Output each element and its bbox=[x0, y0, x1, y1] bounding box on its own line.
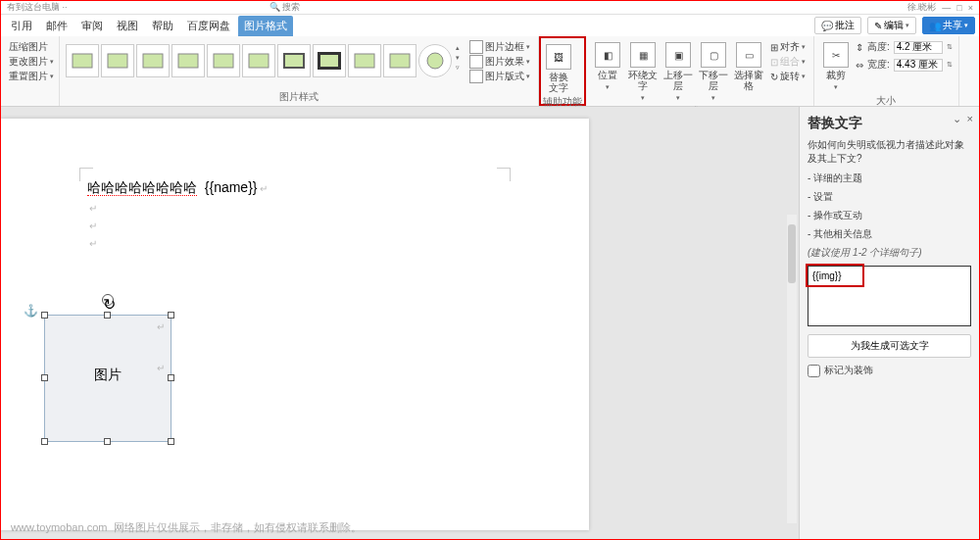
svg-rect-9 bbox=[355, 54, 374, 68]
paragraph[interactable]: 哈哈哈哈哈哈哈哈 {{name}}↵ bbox=[87, 179, 569, 197]
align-button[interactable]: ⊞ 对齐 ▾ bbox=[768, 40, 808, 54]
tab-baidu[interactable]: 百度网盘 bbox=[181, 16, 236, 36]
reset-picture[interactable]: 重置图片 ▾ bbox=[7, 70, 56, 83]
position-button[interactable]: ◧位置▾ bbox=[592, 38, 623, 92]
style-thumb[interactable] bbox=[348, 44, 381, 77]
resize-handle[interactable] bbox=[104, 438, 111, 445]
window-min-icon[interactable]: — bbox=[942, 3, 951, 13]
tab-references[interactable]: 引用 bbox=[5, 16, 38, 36]
gallery-up-icon[interactable]: ▴ bbox=[456, 44, 460, 52]
style-thumb[interactable] bbox=[172, 44, 205, 77]
bring-forward-button[interactable]: ▣上移一层▾ bbox=[662, 38, 694, 103]
style-thumb[interactable] bbox=[313, 44, 346, 77]
vertical-scrollbar[interactable] bbox=[787, 215, 797, 523]
selection-icon: ▭ bbox=[736, 42, 761, 68]
height-input[interactable] bbox=[894, 41, 943, 54]
search-placeholder[interactable]: 🔍 搜索 bbox=[270, 1, 301, 14]
backward-icon: ▢ bbox=[701, 42, 726, 68]
resize-handle[interactable] bbox=[168, 374, 174, 381]
style-thumb[interactable] bbox=[418, 44, 452, 77]
tab-picture-format[interactable]: 图片格式 bbox=[238, 16, 293, 36]
crop-icon: ✂ bbox=[823, 42, 849, 68]
decorative-checkbox[interactable]: 标记为装饰 bbox=[808, 364, 971, 377]
image-placeholder-label: 图片 bbox=[45, 367, 171, 384]
effects-icon bbox=[469, 55, 483, 69]
style-thumb[interactable] bbox=[277, 44, 311, 77]
compress-picture[interactable]: 压缩图片 bbox=[7, 40, 50, 54]
group-label-styles: 图片样式 bbox=[66, 88, 532, 104]
window-close-icon[interactable]: × bbox=[968, 3, 973, 13]
user-name[interactable]: 徐.晓彬 bbox=[907, 1, 937, 14]
scrollbar-thumb[interactable] bbox=[788, 224, 796, 283]
style-thumb[interactable] bbox=[242, 44, 275, 77]
document-canvas[interactable]: 哈哈哈哈哈哈哈哈 {{name}}↵ ↵ ↵ ↵ ⚓ ↻ 图片 ↵ ↵ bbox=[1, 107, 799, 539]
style-thumb[interactable] bbox=[101, 44, 134, 77]
ribbon: 压缩图片 更改图片 ▾ 重置图片 ▾ ▴ ▾ bbox=[1, 36, 979, 107]
picture-styles-gallery[interactable]: ▴ ▾ ▿ bbox=[66, 38, 460, 77]
style-thumb[interactable] bbox=[136, 44, 170, 77]
style-thumb[interactable] bbox=[207, 44, 240, 77]
pane-dropdown-icon[interactable]: ⌄ bbox=[953, 113, 961, 125]
tab-mailings[interactable]: 邮件 bbox=[40, 16, 74, 36]
rotate-handle[interactable]: ↻ bbox=[102, 294, 114, 306]
tab-review[interactable]: 审阅 bbox=[75, 16, 109, 36]
page[interactable]: 哈哈哈哈哈哈哈哈 {{name}}↵ ↵ ↵ ↵ ⚓ ↻ 图片 ↵ ↵ bbox=[1, 119, 589, 530]
anchor-icon: ⚓ bbox=[24, 304, 38, 318]
spinner-icon[interactable]: ⇅ bbox=[947, 61, 953, 69]
ribbon-tabs: 引用 邮件 审阅 视图 帮助 百度网盘 图片格式 💬 批注 ✎ 编辑 ▾ 👥 共… bbox=[1, 15, 979, 36]
picture-effects[interactable]: 图片效果▾ bbox=[467, 55, 532, 69]
svg-rect-3 bbox=[178, 54, 198, 68]
width-input[interactable] bbox=[894, 59, 943, 72]
style-thumb[interactable] bbox=[66, 44, 99, 77]
spinner-icon[interactable]: ⇅ bbox=[947, 43, 953, 51]
pane-bullet: - 操作或互动 bbox=[808, 209, 971, 221]
comments-button[interactable]: 💬 批注 bbox=[814, 17, 861, 34]
send-backward-button[interactable]: ▢下移一层▾ bbox=[698, 38, 729, 103]
resize-handle[interactable] bbox=[104, 312, 111, 319]
pane-description: 你如何向失明或低视力者描述此对象及其上下文? bbox=[808, 138, 971, 166]
alt-text-icon: 🖼 bbox=[546, 44, 571, 70]
window-max-icon[interactable]: □ bbox=[956, 3, 961, 13]
picture-border[interactable]: 图片边框▾ bbox=[467, 40, 532, 54]
selection-pane-button[interactable]: ▭选择窗格 bbox=[733, 38, 764, 91]
selected-image[interactable]: ⚓ ↻ 图片 ↵ ↵ bbox=[44, 315, 172, 442]
gallery-more-icon[interactable]: ▿ bbox=[456, 64, 460, 72]
svg-rect-2 bbox=[143, 54, 163, 68]
svg-rect-6 bbox=[284, 54, 304, 68]
layout-icon bbox=[469, 70, 483, 83]
picture-layout[interactable]: 图片版式▾ bbox=[467, 70, 532, 83]
share-button[interactable]: 👥 共享 ▾ bbox=[922, 17, 975, 34]
svg-rect-0 bbox=[73, 54, 92, 68]
resize-handle[interactable] bbox=[41, 374, 48, 381]
title-text: 有到这台电脑 ·· bbox=[7, 1, 68, 14]
pane-bullet: - 详细的主题 bbox=[808, 172, 971, 184]
margin-corner bbox=[497, 168, 511, 181]
position-icon: ◧ bbox=[595, 42, 620, 68]
resize-handle[interactable] bbox=[168, 312, 174, 319]
rotate-button[interactable]: ↻ 旋转 ▾ bbox=[768, 70, 808, 83]
forward-icon: ▣ bbox=[665, 42, 691, 68]
group-button[interactable]: ⊡ 组合 ▾ bbox=[768, 55, 808, 69]
svg-rect-5 bbox=[249, 54, 269, 68]
resize-handle[interactable] bbox=[168, 438, 174, 445]
wrap-icon: ▦ bbox=[630, 42, 656, 68]
style-thumb[interactable] bbox=[383, 44, 416, 77]
pane-close-icon[interactable]: × bbox=[967, 113, 973, 125]
crop-button[interactable]: ✂裁剪▾ bbox=[820, 38, 852, 92]
tab-help[interactable]: 帮助 bbox=[146, 16, 179, 36]
svg-rect-8 bbox=[320, 55, 338, 67]
change-picture[interactable]: 更改图片 ▾ bbox=[7, 55, 56, 69]
resize-handle[interactable] bbox=[41, 438, 48, 445]
resize-handle[interactable] bbox=[41, 312, 48, 319]
svg-rect-1 bbox=[108, 54, 127, 68]
edit-button[interactable]: ✎ 编辑 ▾ bbox=[867, 17, 916, 34]
svg-point-11 bbox=[427, 53, 443, 69]
gallery-down-icon[interactable]: ▾ bbox=[456, 54, 460, 62]
title-bar: 有到这台电脑 ·· 🔍 搜索 徐.晓彬 — □ × bbox=[1, 1, 979, 15]
generate-alt-button[interactable]: 为我生成可选文字 bbox=[808, 334, 971, 358]
alt-text-pane: ⌄ × 替换文字 你如何向失明或低视力者描述此对象及其上下文? - 详细的主题 … bbox=[799, 107, 979, 539]
svg-rect-4 bbox=[214, 54, 233, 68]
wrap-text-button[interactable]: ▦环绕文字▾ bbox=[627, 38, 659, 103]
alt-text-button[interactable]: 🖼 替换文字 bbox=[543, 40, 574, 93]
tab-view[interactable]: 视图 bbox=[111, 16, 144, 36]
